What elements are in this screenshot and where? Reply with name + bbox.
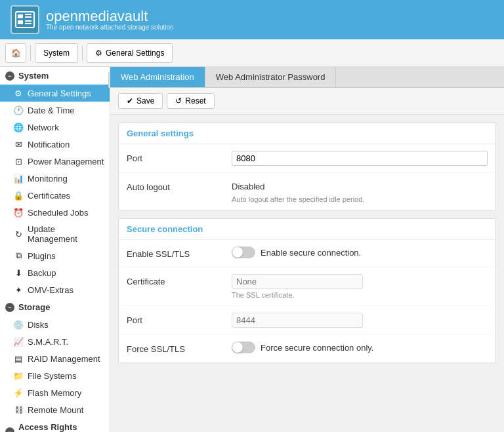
email-icon: ✉ xyxy=(13,139,24,149)
reset-icon: ↺ xyxy=(175,96,182,106)
port-label: Port xyxy=(127,151,232,163)
access-section-label: Access Rights Management xyxy=(18,422,104,432)
sidebar-section-storage[interactable]: − Storage xyxy=(0,298,110,316)
system-nav-button[interactable]: System xyxy=(35,43,78,63)
sidebar-item-monitoring-label: Monitoring xyxy=(28,174,68,184)
sidebar-item-plugins[interactable]: ⧉ Plugins xyxy=(0,247,110,264)
force-ssl-thumb xyxy=(232,342,243,353)
extras-icon: ✦ xyxy=(13,285,24,295)
sidebar-item-scheduled-label: Scheduled Jobs xyxy=(28,208,89,218)
sidebar-item-smart-label: S.M.A.R.T. xyxy=(28,337,68,347)
save-button[interactable]: ✔ Save xyxy=(118,93,163,109)
home-button[interactable]: 🏠 xyxy=(5,43,26,63)
enable-ssl-value: Enable secure connection. xyxy=(232,246,488,260)
storage-section-label: Storage xyxy=(18,302,50,312)
sidebar-item-update-management[interactable]: ↻ Update Management xyxy=(0,221,110,247)
sidebar-item-raid[interactable]: ▤ RAID Management xyxy=(0,350,110,367)
enable-ssl-thumb xyxy=(232,247,243,258)
tab-web-administration[interactable]: Web Administration xyxy=(110,67,205,87)
navbar: 🏠 System ⚙ General Settings xyxy=(0,39,504,67)
sidebar-item-backup-label: Backup xyxy=(28,268,56,278)
auto-logout-text: Disabled xyxy=(232,180,488,193)
form-content: General settings Port Auto logout Disabl… xyxy=(110,115,504,432)
content-area: Web Administration Web Administrator Pas… xyxy=(110,67,504,432)
sidebar-item-update-label: Update Management xyxy=(28,224,104,244)
force-ssl-track[interactable] xyxy=(232,342,255,353)
sidebar-item-date-time-label: Date & Time xyxy=(28,106,75,115)
settings-icon: ⚙ xyxy=(95,49,102,58)
sidebar-item-general-settings-label: General Settings xyxy=(28,88,91,98)
force-ssl-toggle[interactable]: Force secure connection only. xyxy=(232,342,373,353)
tab-web-admin-password[interactable]: Web Administrator Password xyxy=(205,67,337,87)
port-input[interactable] xyxy=(232,151,488,166)
storage-collapse-icon: − xyxy=(5,303,14,312)
port-value xyxy=(232,151,488,166)
nav-separator xyxy=(30,45,31,61)
logo-text: openmediavault The open network attached… xyxy=(46,9,174,31)
sidebar-item-notification-label: Notification xyxy=(28,140,70,149)
auto-logout-label: Auto logout xyxy=(127,180,232,192)
sidebar-item-remote-mount[interactable]: ⛓ Remote Mount xyxy=(0,401,110,418)
enable-ssl-toggle-label: Enable secure connection. xyxy=(261,248,361,258)
sidebar-item-network[interactable]: 🌐 Network xyxy=(0,119,110,136)
remote-icon: ⛓ xyxy=(13,404,24,415)
power-icon: ⊡ xyxy=(13,156,24,167)
sidebar-item-smart[interactable]: 📈 S.M.A.R.T. xyxy=(0,333,110,350)
flash-icon: ⚡ xyxy=(13,387,24,398)
clock-icon: 🕐 xyxy=(13,105,24,115)
sidebar-item-remote-label: Remote Mount xyxy=(28,405,83,415)
header: openmediavault The open network attached… xyxy=(0,0,504,39)
force-ssl-value: Force secure connection only. xyxy=(232,342,488,355)
secure-connection-section: Secure connection Enable SSL/TLS Enable … xyxy=(118,218,496,363)
disk-icon: 💿 xyxy=(13,319,24,330)
system-collapse-icon: − xyxy=(5,71,14,81)
certificate-input[interactable] xyxy=(232,274,363,289)
force-ssl-label: Force SSL/TLS xyxy=(127,342,232,354)
general-settings-nav-button[interactable]: ⚙ General Settings xyxy=(87,43,173,63)
logo-subtitle: The open network attached storage soluti… xyxy=(46,24,174,31)
enable-ssl-track[interactable] xyxy=(232,246,255,258)
sidebar-item-file-systems[interactable]: 📁 File Systems xyxy=(0,367,110,384)
sidebar-item-date-time[interactable]: 🕐 Date & Time xyxy=(0,102,110,119)
enable-ssl-toggle[interactable]: Enable secure connection. xyxy=(232,246,361,258)
sidebar-section-access-rights[interactable]: − Access Rights Management xyxy=(0,418,110,432)
logo-icon xyxy=(10,5,39,34)
backup-icon: ⬇ xyxy=(13,267,24,278)
general-settings-section: General settings Port Auto logout Disabl… xyxy=(118,123,496,210)
general-settings-legend: General settings xyxy=(119,123,495,144)
toolbar: ✔ Save ↺ Reset xyxy=(110,88,504,115)
sidebar-section-system[interactable]: − System xyxy=(0,67,110,85)
update-icon: ↻ xyxy=(13,229,24,239)
sidebar-item-monitoring[interactable]: 📊 Monitoring xyxy=(0,170,110,187)
enable-ssl-label: Enable SSL/TLS xyxy=(127,246,232,259)
sidebar-item-omv-extras[interactable]: ✦ OMV-Extras xyxy=(0,281,110,298)
sidebar-item-general-settings[interactable]: ⚙ General Settings xyxy=(0,85,110,102)
tabs: Web Administration Web Administrator Pas… xyxy=(110,67,504,88)
sidebar-item-backup[interactable]: ⬇ Backup xyxy=(0,264,110,281)
logo-title: openmediavault xyxy=(46,9,174,24)
nav-separator-2 xyxy=(82,45,83,61)
sidebar: ◀ − System ⚙ General Settings 🕐 Date & T… xyxy=(0,67,110,432)
sidebar-item-scheduled-jobs[interactable]: ⏰ Scheduled Jobs xyxy=(0,204,110,221)
auto-logout-hint: Auto logout after the specified idle per… xyxy=(232,195,488,203)
ssl-port-row: Port xyxy=(119,306,495,335)
sidebar-item-power-management[interactable]: ⊡ Power Management xyxy=(0,153,110,170)
filesystem-icon: 📁 xyxy=(13,370,24,381)
sidebar-item-omv-extras-label: OMV-Extras xyxy=(28,285,74,295)
sidebar-item-disks[interactable]: 💿 Disks xyxy=(0,316,110,333)
ssl-port-input[interactable] xyxy=(232,313,363,328)
general-settings-icon: ⚙ xyxy=(13,88,24,98)
certificate-row: Certificate The SSL certificate. xyxy=(119,267,495,306)
sidebar-item-flash-memory[interactable]: ⚡ Flash Memory xyxy=(0,384,110,401)
tab-web-admin-password-label: Web Administrator Password xyxy=(216,72,326,82)
reset-button[interactable]: ↺ Reset xyxy=(167,93,214,109)
logo-area: openmediavault The open network attached… xyxy=(10,5,174,34)
sidebar-item-power-label: Power Management xyxy=(28,157,104,167)
access-collapse-icon: − xyxy=(5,427,14,432)
reset-label: Reset xyxy=(185,96,205,106)
certificate-icon: 🔒 xyxy=(13,190,24,201)
sidebar-item-notification[interactable]: ✉ Notification xyxy=(0,136,110,153)
sidebar-item-certificates[interactable]: 🔒 Certificates xyxy=(0,187,110,204)
sidebar-toggle[interactable]: ◀ xyxy=(108,72,110,88)
system-section-label: System xyxy=(18,71,49,81)
